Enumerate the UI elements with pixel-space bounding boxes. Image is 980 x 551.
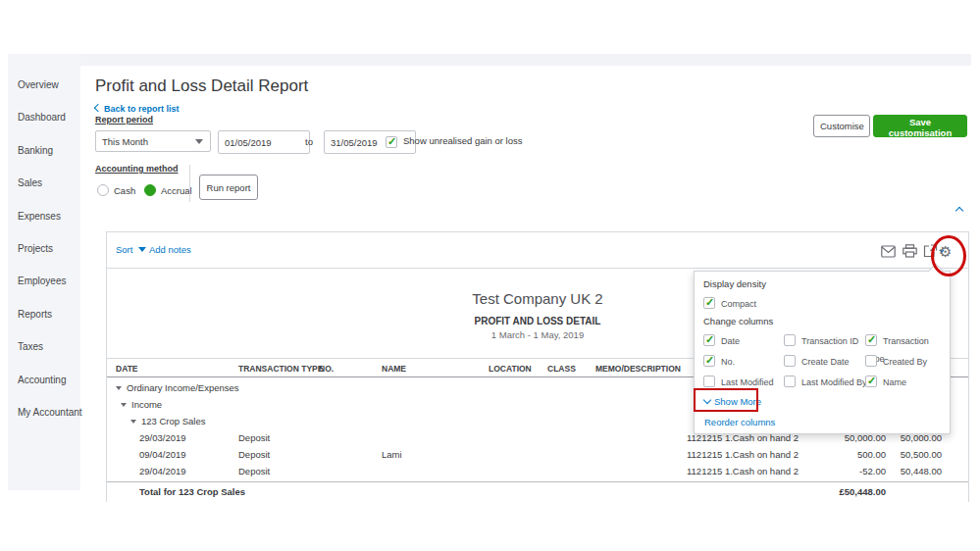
cell-date: 29/03/2019	[139, 432, 186, 443]
cell-date: 29/04/2019	[139, 466, 186, 476]
save-customisation-button[interactable]: Save customisation	[873, 115, 967, 137]
sidebar-item-accounting[interactable]: Accounting	[18, 375, 66, 385]
column-option-created-by[interactable]: Created By	[865, 353, 927, 371]
col-header-location[interactable]: LOCATION	[489, 364, 532, 374]
sidebar-item-overview[interactable]: Overview	[18, 79, 59, 90]
option-label: Last Modified By	[801, 377, 867, 387]
col-header-class[interactable]: CLASS	[547, 364, 576, 374]
cell-split: 1121215 1.Cash on hand 2	[687, 449, 799, 460]
sidebar-item-employees[interactable]: Employees	[18, 276, 66, 286]
column-option-create-date[interactable]: Create Date	[784, 353, 850, 371]
sidebar-item-my-accountant[interactable]: My Accountant	[18, 407, 82, 418]
unrealised-gain-checkbox[interactable]	[386, 136, 397, 148]
sidebar-item-reports[interactable]: Reports	[18, 309, 52, 320]
created-by-checkbox[interactable]	[865, 355, 877, 367]
unrealised-gain-label: Show unrealised gain or loss	[403, 135, 522, 146]
email-button[interactable]	[881, 245, 896, 258]
vertical-divider	[189, 165, 190, 202]
date-from-input[interactable]	[218, 130, 310, 154]
select-caret-icon	[195, 139, 203, 144]
no-checkbox[interactable]	[703, 355, 715, 367]
sidebar-item-expenses[interactable]: Expenses	[18, 211, 61, 222]
col-header-date[interactable]: DATE	[116, 364, 138, 374]
report-period-label: Report period	[95, 115, 153, 125]
customise-button[interactable]: Customise	[813, 115, 870, 137]
collapse-header-button[interactable]	[954, 204, 967, 216]
transaction-id-checkbox[interactable]	[784, 334, 796, 346]
option-label: Name	[883, 377, 906, 387]
compact-option[interactable]: Compact	[703, 295, 756, 313]
envelope-icon	[881, 245, 896, 258]
total-amount: £50,448.00	[785, 486, 886, 497]
group-label: 123 Crop Sales	[141, 416, 205, 426]
sidebar-item-taxes[interactable]: Taxes	[18, 341, 43, 352]
sort-caret-icon	[138, 247, 146, 252]
name-checkbox[interactable]	[865, 376, 877, 387]
display-density-label: Display density	[703, 278, 766, 289]
total-divider-line	[107, 481, 968, 482]
page-title: Profit and Loss Detail Report	[95, 76, 308, 96]
compact-checkbox[interactable]	[703, 297, 715, 309]
show-more-highlight-annotation	[694, 388, 758, 412]
transaction-type-checkbox[interactable]	[865, 334, 877, 346]
cell-date: 09/04/2019	[139, 449, 186, 460]
date-checkbox[interactable]	[703, 334, 715, 346]
column-option-last-modified-by[interactable]: Last Modified By	[784, 374, 867, 391]
cell-transaction-type: Deposit	[238, 449, 270, 460]
option-label: Date	[721, 336, 740, 346]
cell-name: Lami	[382, 449, 402, 460]
cell-transaction-type: Deposit	[238, 432, 270, 443]
print-button[interactable]	[903, 244, 917, 258]
option-label: No.	[721, 357, 735, 367]
cash-radio[interactable]	[97, 184, 109, 196]
column-option-name[interactable]: Name	[865, 374, 906, 391]
reorder-columns-link[interactable]: Reorder columns	[704, 417, 775, 427]
group-label: Income	[131, 399, 162, 410]
group-label: Ordinary Income/Expenses	[127, 382, 239, 393]
sidebar-item-dashboard[interactable]: Dashboard	[18, 112, 66, 123]
create-date-checkbox[interactable]	[784, 355, 796, 367]
col-header-memo[interactable]: MEMO/DESCRIPTION	[595, 364, 681, 374]
sidebar-item-sales[interactable]: Sales	[18, 177, 42, 188]
cell-transaction-type: Deposit	[238, 466, 270, 476]
last-modified-checkbox[interactable]	[703, 376, 715, 387]
option-label: Created By	[883, 357, 927, 367]
collapse-caret-icon[interactable]	[121, 403, 127, 407]
collapse-caret-icon[interactable]	[116, 386, 122, 390]
chevron-up-icon	[955, 207, 963, 215]
back-chevron-icon	[94, 104, 102, 112]
col-header-name[interactable]: NAME	[382, 364, 406, 374]
date-to-input[interactable]	[324, 130, 416, 154]
report-period-value: This Month	[96, 132, 154, 152]
sort-dropdown[interactable]: Sort	[116, 244, 146, 255]
sidebar-item-banking[interactable]: Banking	[18, 145, 53, 156]
col-header-no[interactable]: NO.	[319, 364, 334, 374]
accrual-radio[interactable]	[144, 184, 156, 196]
run-report-button[interactable]: Run report	[199, 175, 258, 200]
add-notes-link[interactable]: Add notes	[149, 244, 191, 255]
collapse-caret-icon[interactable]	[130, 420, 136, 424]
toolbar-divider	[107, 268, 968, 269]
column-option-transaction-id[interactable]: Transaction ID	[784, 332, 858, 350]
report-period-select[interactable]: This Month	[95, 130, 211, 152]
change-columns-label: Change columns	[703, 316, 773, 326]
option-label: Transaction ID	[801, 336, 858, 346]
printer-icon	[903, 244, 917, 258]
group-row-ordinary-income[interactable]: Ordinary Income/Expenses	[116, 382, 239, 393]
group-row-crop-sales[interactable]: 123 Crop Sales	[130, 416, 205, 426]
column-option-no[interactable]: No.	[703, 353, 735, 371]
accounting-method-label: Accounting method	[95, 164, 179, 174]
compact-label: Compact	[721, 299, 756, 309]
col-header-transaction-type[interactable]: TRANSACTION TYPE	[238, 364, 323, 374]
last-modified-by-checkbox[interactable]	[784, 376, 796, 387]
sidebar-item-projects[interactable]: Projects	[18, 243, 53, 254]
group-row-income[interactable]: Income	[121, 399, 162, 410]
back-to-report-list-link[interactable]: Back to report list	[95, 104, 180, 114]
sort-label: Sort	[116, 244, 132, 255]
to-label: to	[305, 136, 313, 147]
cell-split: 1121215 1.Cash on hand 2	[687, 466, 799, 476]
app-top-strip	[8, 54, 971, 66]
gear-highlight-annotation	[931, 235, 966, 276]
column-option-date[interactable]: Date	[703, 332, 740, 350]
total-label: Total for 123 Crop Sales	[139, 486, 245, 497]
